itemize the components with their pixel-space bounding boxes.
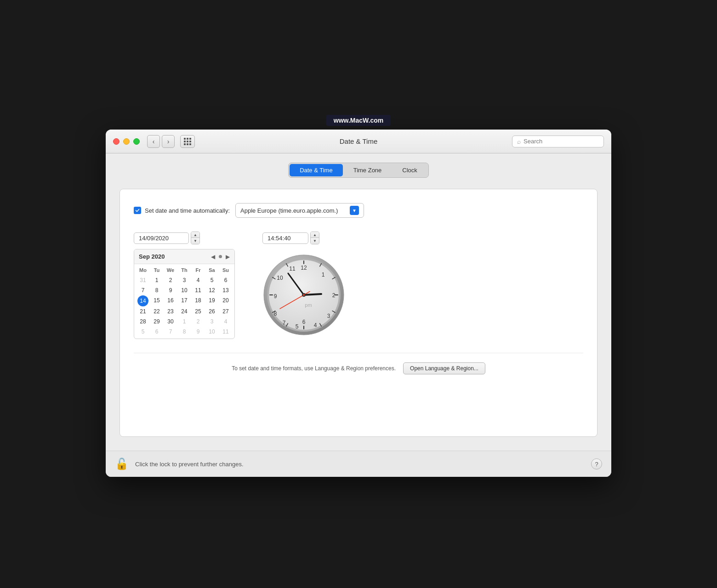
calendar-today-dot[interactable]	[219, 255, 222, 258]
calendar-header: Sep 2020 ◀ ▶	[134, 249, 234, 264]
calendar-day[interactable]: 7	[164, 327, 177, 337]
calendar-day[interactable]: 2	[191, 317, 205, 327]
back-button[interactable]: ‹	[147, 135, 160, 148]
weekday-tu: Tu	[150, 266, 164, 274]
forward-button[interactable]: ›	[162, 135, 175, 148]
calendar-day[interactable]: 15	[150, 295, 164, 306]
calendar-day[interactable]: 18	[191, 295, 205, 306]
weekday-we: We	[164, 266, 177, 274]
calendar-day[interactable]: 5	[205, 275, 219, 285]
calendar-day[interactable]: 3	[177, 275, 191, 285]
analog-clock: 12 1 2 3 4 5 6 7 8 9 10	[262, 254, 345, 336]
calendar-next-button[interactable]: ▶	[226, 254, 230, 260]
svg-text:1: 1	[322, 271, 325, 278]
date-input[interactable]	[134, 232, 189, 244]
calendar-day[interactable]: 14	[137, 295, 148, 306]
server-name: Apple Europe (time.euro.apple.com.)	[240, 207, 346, 214]
auto-time-checkbox[interactable]	[134, 207, 141, 214]
calendar-day[interactable]: 5	[136, 327, 150, 337]
open-region-button[interactable]: Open Language & Region...	[403, 362, 485, 374]
calendar-day[interactable]: 1	[150, 275, 164, 285]
grid-button[interactable]	[180, 135, 195, 148]
calendar-day[interactable]: 6	[150, 327, 164, 337]
date-up-button[interactable]: ▲	[191, 232, 199, 238]
calendar-day[interactable]: 19	[205, 295, 219, 306]
calendar-day[interactable]: 20	[219, 295, 233, 306]
calendar-day[interactable]: 23	[164, 306, 177, 317]
calendar-day[interactable]: 8	[150, 285, 164, 295]
search-icon: ⌕	[517, 138, 521, 145]
svg-text:11: 11	[289, 266, 296, 272]
calendar-day[interactable]: 1	[177, 317, 191, 327]
calendar-day[interactable]: 4	[219, 317, 233, 327]
footer-row: To set date and time formats, use Langua…	[134, 353, 583, 374]
time-up-button[interactable]: ▲	[311, 232, 319, 238]
calendar-day[interactable]: 27	[219, 306, 233, 317]
grid-dots-icon	[184, 138, 191, 145]
maximize-button[interactable]	[133, 138, 140, 145]
calendar-day[interactable]: 12	[205, 285, 219, 295]
calendar-day[interactable]: 3	[205, 317, 219, 327]
calendar-day[interactable]: 21	[136, 306, 150, 317]
svg-text:3: 3	[327, 313, 330, 319]
calendar-day[interactable]: 30	[164, 317, 177, 327]
calendar-day[interactable]: 9	[191, 327, 205, 337]
calendar-weekdays: Mo Tu We Th Fr Sa Su	[136, 266, 233, 274]
tab-date-time[interactable]: Date & Time	[290, 164, 343, 176]
watermark: www.MacW.com	[326, 115, 391, 126]
calendar-day[interactable]: 6	[219, 275, 233, 285]
calendar-day[interactable]: 10	[205, 327, 219, 337]
window-title: Date & Time	[340, 137, 378, 145]
search-box[interactable]: ⌕	[512, 136, 604, 147]
calendar-day[interactable]: 17	[177, 295, 191, 306]
calendar-day[interactable]: 24	[177, 306, 191, 317]
lock-icon[interactable]: 🔓	[115, 458, 129, 470]
calendar-day[interactable]: 8	[177, 327, 191, 337]
calendar-day[interactable]: 11	[191, 285, 205, 295]
time-stepper: ▲ ▼	[310, 232, 319, 244]
weekday-sa: Sa	[205, 266, 219, 274]
calendar-day[interactable]: 2	[164, 275, 177, 285]
calendar-day[interactable]: 13	[219, 285, 233, 295]
svg-text:12: 12	[301, 265, 307, 271]
tab-clock[interactable]: Clock	[392, 164, 427, 176]
calendar-day[interactable]: 29	[150, 317, 164, 327]
calendar-day[interactable]: 16	[164, 295, 177, 306]
calendar-day[interactable]: 22	[150, 306, 164, 317]
calendar-prev-button[interactable]: ◀	[211, 254, 215, 260]
svg-text:6: 6	[302, 319, 306, 325]
calendar-days: 3112345678910111213141516171819202122232…	[136, 275, 233, 337]
auto-time-row: Set date and time automatically: Apple E…	[134, 203, 583, 218]
close-button[interactable]	[113, 138, 120, 145]
main-content: Date & Time Time Zone Clock Set dat	[106, 153, 611, 451]
tabs: Date & Time Time Zone Clock	[120, 163, 598, 178]
search-input[interactable]	[524, 138, 599, 145]
time-down-button[interactable]: ▼	[311, 238, 319, 244]
calendar-month-year: Sep 2020	[139, 253, 211, 260]
footer-text: To set date and time formats, use Langua…	[232, 365, 396, 372]
time-input[interactable]	[262, 232, 308, 244]
nav-buttons: ‹ ›	[147, 135, 195, 148]
calendar-day[interactable]: 26	[205, 306, 219, 317]
help-button[interactable]: ?	[591, 458, 602, 469]
calendar-day[interactable]: 11	[219, 327, 233, 337]
calendar-day[interactable]: 25	[191, 306, 205, 317]
weekday-su: Su	[219, 266, 233, 274]
calendar-day[interactable]: 31	[136, 275, 150, 285]
calendar-day[interactable]: 7	[136, 285, 150, 295]
server-dropdown[interactable]: Apple Europe (time.euro.apple.com.) ▼	[235, 203, 364, 218]
tab-time-zone[interactable]: Time Zone	[343, 164, 392, 176]
calendar-day[interactable]: 28	[136, 317, 150, 327]
time-input-row: ▲ ▼	[262, 232, 319, 244]
calendar-day[interactable]: 10	[177, 285, 191, 295]
minimize-button[interactable]	[123, 138, 130, 145]
calendar-day[interactable]: 9	[164, 285, 177, 295]
calendar-day[interactable]: 4	[191, 275, 205, 285]
calendar-nav: ◀ ▶	[211, 254, 230, 260]
date-down-button[interactable]: ▼	[191, 238, 199, 244]
content-panel: Set date and time automatically: Apple E…	[120, 189, 598, 437]
svg-text:10: 10	[277, 275, 283, 281]
bottom-bar: 🔓 Click the lock to prevent further chan…	[106, 451, 611, 477]
svg-text:4: 4	[314, 322, 317, 328]
window: ‹ › Date & Time ⌕ Da	[106, 130, 611, 477]
